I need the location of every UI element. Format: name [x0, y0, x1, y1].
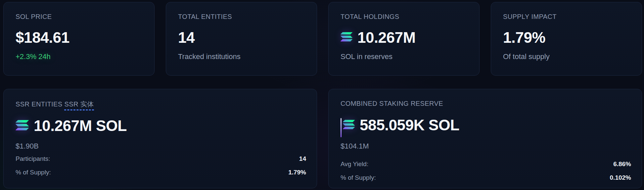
stat-card-sol-price: SOL PRICE $184.61 +2.3% 24h — [3, 2, 155, 76]
stat-rows: Avg Yield: 6.86% % of Supply: 0.102% — [341, 158, 631, 183]
ssr-term-tooltip-trigger[interactable]: SSR 实体 — [64, 100, 94, 110]
vertical-accent-bar — [341, 118, 342, 137]
ssr-entities-usd-value: $1.90B — [16, 142, 306, 151]
stat-row-label: % of Supply: — [16, 169, 51, 176]
card-label: TOTAL ENTITIES — [178, 13, 306, 21]
card-label: TOTAL HOLDINGS — [341, 13, 469, 21]
stat-row-value: 1.79% — [288, 169, 306, 176]
stat-row-label: % of Supply: — [341, 174, 376, 181]
card-label: COMBINED STAKING RESERVE — [341, 100, 631, 107]
solana-icon — [341, 32, 352, 43]
dashboard: SOL PRICE $184.61 +2.3% 24h TOTAL ENTITI… — [0, 0, 644, 188]
staking-reserve-usd-value: $104.1M — [341, 142, 631, 151]
stat-row-participants: Participants: 14 — [16, 153, 306, 164]
card-label: SOL PRICE — [16, 13, 144, 21]
stat-card-total-holdings: TOTAL HOLDINGS 10.267M SOL in reserves — [328, 2, 480, 76]
stat-row-label: Participants: — [16, 155, 50, 162]
solana-icon — [16, 120, 29, 132]
stat-row-value: 0.102% — [610, 174, 631, 181]
stat-row-avg-yield: Avg Yield: 6.86% — [341, 158, 631, 170]
card-label: SSR ENTITIES SSR 实体 — [16, 100, 306, 109]
stat-row-label: Avg Yield: — [341, 160, 368, 168]
total-holdings-value: 10.267M — [357, 29, 416, 46]
stat-row-supply-pct: % of Supply: 0.102% — [341, 172, 631, 183]
card-label: SUPPLY IMPACT — [503, 13, 631, 21]
card-subtext: SOL in reserves — [341, 52, 469, 61]
stat-row-value: 6.86% — [613, 160, 631, 168]
ssr-entities-sol-value: 10.267M SOL — [34, 117, 127, 135]
stat-rows: Participants: 14 % of Supply: 1.79% — [16, 153, 306, 178]
price-change-24h: +2.3% 24h — [16, 52, 144, 61]
total-entities-value: 14 — [178, 29, 195, 46]
card-subtext: Tracked institutions — [178, 52, 306, 61]
stats-grid: SOL PRICE $184.61 +2.3% 24h TOTAL ENTITI… — [3, 2, 642, 188]
supply-impact-value: 1.79% — [503, 29, 545, 46]
solana-icon — [343, 120, 355, 131]
detail-card-ssr-entities: SSR ENTITIES SSR 实体 10.267M SOL $1.90B P… — [3, 89, 317, 188]
stat-row-value: 14 — [299, 155, 306, 162]
ssr-entities-label: SSR ENTITIES — [16, 100, 63, 108]
detail-card-combined-staking-reserve: COMBINED STAKING RESERVE 585.059K SOL $1… — [328, 89, 642, 188]
stat-card-total-entities: TOTAL ENTITIES 14 Tracked institutions — [166, 2, 317, 76]
stat-card-supply-impact: SUPPLY IMPACT 1.79% Of total supply — [491, 2, 642, 76]
card-subtext: Of total supply — [503, 52, 631, 61]
sol-price-value: $184.61 — [16, 29, 69, 46]
stat-row-supply-pct: % of Supply: 1.79% — [16, 167, 306, 178]
staking-reserve-sol-value: 585.059K SOL — [360, 116, 459, 134]
